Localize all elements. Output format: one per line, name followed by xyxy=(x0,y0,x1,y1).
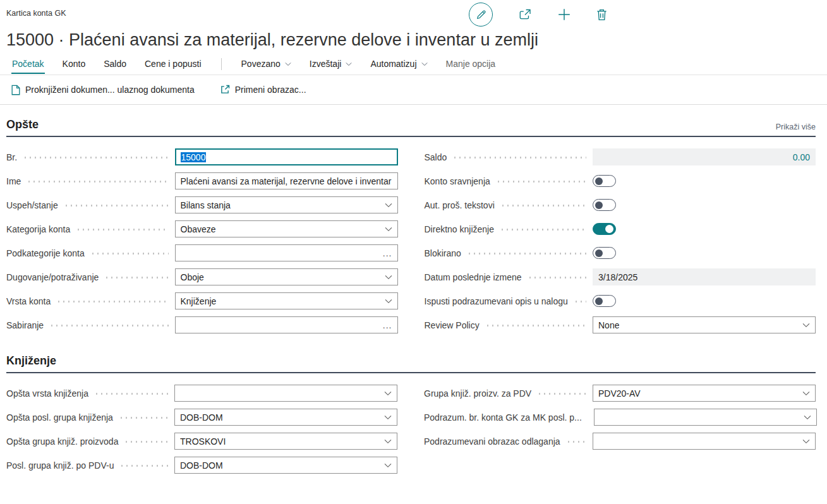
field-ime: Ime xyxy=(6,172,398,189)
grupa-proizv-pdv-value: PDV20-AV xyxy=(598,388,641,399)
posl-grupa-pdv-dropdown[interactable]: DOB-DOM xyxy=(174,457,397,474)
section-opste-title: Opšte xyxy=(6,118,39,131)
top-bar: Kartica konta GK xyxy=(0,0,827,29)
chevron-down-icon xyxy=(802,391,810,396)
menu-manje-opcija[interactable]: Manje opcija xyxy=(445,57,497,73)
br-label: Br. xyxy=(6,152,17,162)
tab-saldo[interactable]: Saldo xyxy=(103,57,127,73)
opsta-grupa-proizvoda-dropdown[interactable]: TROSKOVI xyxy=(174,433,397,450)
share-button[interactable] xyxy=(518,8,532,21)
sabiranje-field[interactable]: ... xyxy=(175,316,398,333)
podrazum-konto-mk-dropdown[interactable] xyxy=(594,409,817,426)
edit-button[interactable] xyxy=(469,3,493,27)
ime-field xyxy=(175,172,398,189)
ime-input[interactable] xyxy=(181,176,392,186)
field-posl-grupa-pdv: Posl. grupa knjiž. po PDV-u DOB-DOM xyxy=(6,457,397,474)
apply-template-icon xyxy=(220,85,230,95)
direktno-knjizenje-toggle[interactable] xyxy=(593,223,616,235)
dotted-leader xyxy=(64,205,169,207)
assist-edit-icon[interactable]: ... xyxy=(383,320,392,330)
field-grupa-proizv-pdv: Grupa knjiž. proizv. za PDV PDV20-AV xyxy=(424,385,816,402)
section-rule xyxy=(6,372,816,373)
field-blokirano: Blokirano xyxy=(425,244,816,261)
dotted-leader xyxy=(90,253,169,255)
chevron-down-icon xyxy=(421,62,428,66)
delete-button[interactable] xyxy=(596,9,607,21)
uspeh-stanje-value: Bilans stanja xyxy=(181,200,231,210)
chevron-down-icon xyxy=(346,62,352,66)
field-dugovanje-potrazivanje: Dugovanje/potraživanje Oboje xyxy=(6,268,398,285)
saldo-value[interactable]: 0.00 xyxy=(793,152,810,162)
document-icon xyxy=(11,85,20,95)
dugovanje-label: Dugovanje/potraživanje xyxy=(6,272,99,282)
dugovanje-value: Oboje xyxy=(181,272,204,282)
menu-povezano[interactable]: Povezano xyxy=(241,57,292,73)
field-ispusti-opis: Ispusti podrazumevani opis u nalogu xyxy=(425,292,816,309)
dugovanje-dropdown[interactable]: Oboje xyxy=(175,268,398,285)
page-caption: Kartica konta GK xyxy=(6,9,66,18)
podrazum-obrazac-dropdown[interactable] xyxy=(593,433,816,450)
field-opsta-grupa-proizvoda: Opšta grupa knjiž. proizvoda TROSKOVI xyxy=(6,433,397,450)
ispusti-opis-label: Ispusti podrazumevani opis u nalogu xyxy=(425,296,568,306)
podkategorije-konta-field[interactable]: ... xyxy=(175,244,398,261)
apply-template-action[interactable]: Primeni obrazac... xyxy=(220,85,306,95)
opsta-posl-grupa-dropdown[interactable]: DOB-DOM xyxy=(174,409,397,426)
field-opsta-vrsta-knjizenja: Opšta vrsta knjiženja xyxy=(6,385,397,402)
review-policy-dropdown[interactable]: None xyxy=(593,316,816,333)
vrsta-konta-dropdown[interactable]: Knjiženje xyxy=(175,292,398,309)
dotted-leader xyxy=(56,301,168,303)
chevron-down-icon xyxy=(802,439,810,444)
field-vrsta-konta: Vrsta konta Knjiženje xyxy=(6,292,398,309)
menu-automatizuj-label: Automatizuj xyxy=(370,59,416,69)
chevron-down-icon xyxy=(384,439,392,444)
vrsta-konta-value: Knjiženje xyxy=(181,296,217,306)
field-podrazum-konto-mk: Podrazum. br. konta GK za MK posl. p... xyxy=(424,409,816,426)
menu-izvestaji[interactable]: Izveštaji xyxy=(309,57,353,73)
field-datum-poslednje-izmene: Datum poslednje izmene 3/18/2025 xyxy=(425,268,816,285)
grupa-proizv-pdv-dropdown[interactable]: PDV20-AV xyxy=(593,385,816,402)
new-button[interactable] xyxy=(557,8,571,21)
sabiranje-label: Sabiranje xyxy=(6,320,44,330)
aut-pros-tekstovi-toggle[interactable] xyxy=(593,199,616,211)
dotted-leader xyxy=(76,229,168,231)
section-opste: Opšte Prikaži više Br. 15000 Ime Uspeh/s… xyxy=(0,118,827,340)
blokirano-toggle[interactable] xyxy=(593,247,616,259)
field-direktno-knjizenje: Direktno knjiženje xyxy=(425,220,816,237)
dotted-leader xyxy=(574,301,586,303)
konto-sravnjenja-toggle[interactable] xyxy=(593,175,616,187)
section-knjizenje: Knjiženje Opšta vrsta knjiženja Opšta po… xyxy=(0,354,827,481)
dotted-leader xyxy=(104,277,168,279)
br-input[interactable]: 15000 xyxy=(175,148,398,165)
chevron-down-icon xyxy=(385,203,392,208)
kategorija-konta-value: Obaveze xyxy=(181,224,216,234)
tab-konto[interactable]: Konto xyxy=(62,57,87,73)
show-more-link[interactable]: Prikaži više xyxy=(776,123,816,131)
posted-documents-action[interactable]: Proknjiženi dokumen... ulaznog dokumenta xyxy=(11,85,195,95)
menu-povezano-label: Povezano xyxy=(241,59,281,69)
podrazum-obrazac-label: Podrazumevani obrazac odlaganja xyxy=(424,436,560,447)
opsta-vrsta-dropdown[interactable] xyxy=(174,385,397,402)
posl-grupa-pdv-value: DOB-DOM xyxy=(180,460,223,471)
kategorija-konta-label: Kategorija konta xyxy=(6,224,70,234)
field-uspeh-stanje: Uspeh/stanje Bilans stanja xyxy=(6,196,398,213)
ispusti-opis-toggle[interactable] xyxy=(593,295,616,307)
field-review-policy: Review Policy None xyxy=(425,316,816,333)
datum-izmene-value: 3/18/2025 xyxy=(598,272,637,282)
kategorija-konta-dropdown[interactable]: Obaveze xyxy=(175,220,398,237)
add-plus-icon xyxy=(557,8,571,21)
menu-automatizuj[interactable]: Automatizuj xyxy=(370,57,428,73)
saldo-field: 0.00 xyxy=(593,148,816,165)
tab-cene-i-popusti[interactable]: Cene i popusti xyxy=(144,57,202,73)
chevron-down-icon xyxy=(804,415,811,420)
dotted-leader xyxy=(452,157,586,159)
uspeh-stanje-dropdown[interactable]: Bilans stanja xyxy=(175,196,398,213)
field-kategorija-konta: Kategorija konta Obaveze xyxy=(6,220,398,237)
chevron-down-icon xyxy=(802,323,810,328)
assist-edit-icon[interactable]: ... xyxy=(383,248,392,258)
grupa-proizv-pdv-label: Grupa knjiž. proizv. za PDV xyxy=(424,388,531,399)
vrsta-konta-label: Vrsta konta xyxy=(6,296,51,306)
uspeh-stanje-label: Uspeh/stanje xyxy=(6,200,58,210)
menu-izvestaji-label: Izveštaji xyxy=(310,59,342,69)
field-konto-sravnjenja: Konto sravnjenja xyxy=(425,172,816,189)
tab-pocetak[interactable]: Početak xyxy=(11,57,45,73)
